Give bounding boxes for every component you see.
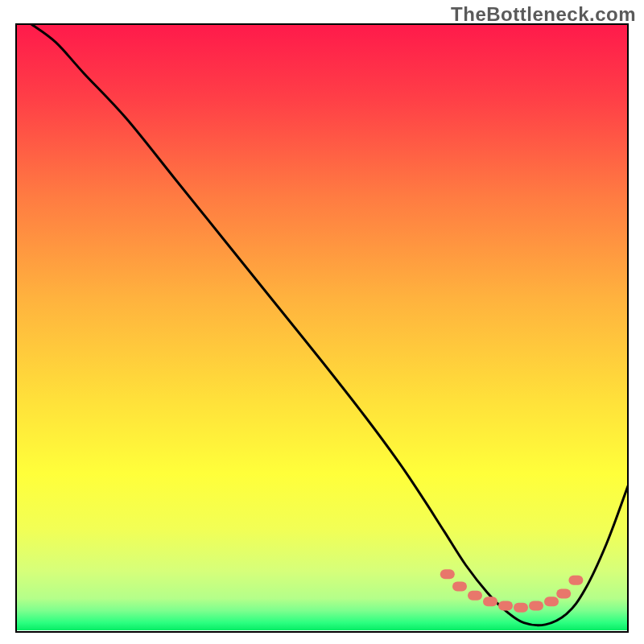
marker-dot: [452, 581, 467, 591]
chart-frame: TheBottleneck.com: [0, 0, 644, 644]
marker-dot: [529, 601, 543, 611]
marker-dot: [498, 601, 513, 611]
marker-dot: [568, 576, 583, 585]
chart-canvas: [0, 0, 644, 644]
marker-dot: [483, 597, 497, 606]
marker-dot: [544, 597, 559, 606]
marker-dot: [440, 569, 455, 579]
marker-dot: [468, 591, 482, 601]
gradient-panel: [16, 24, 628, 632]
marker-dot: [514, 603, 528, 613]
marker-dot: [556, 588, 571, 598]
watermark-text: TheBottleneck.com: [451, 3, 636, 26]
